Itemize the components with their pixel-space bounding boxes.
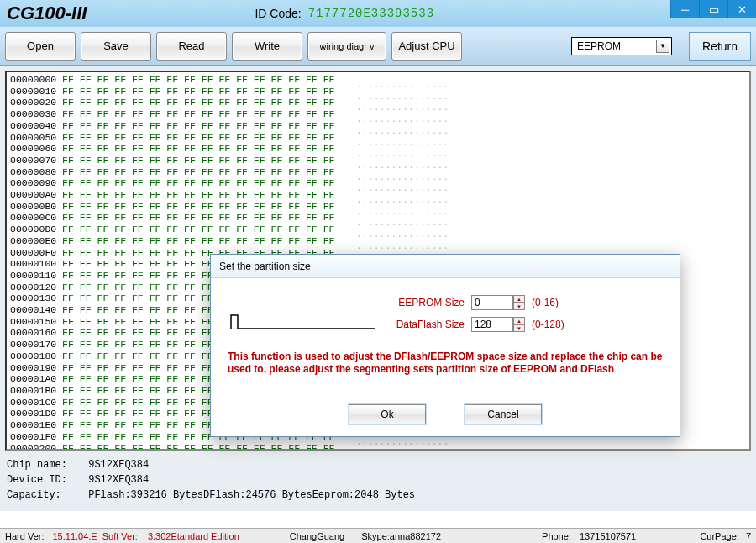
phone-label: Phone:	[542, 531, 571, 541]
open-button[interactable]: Open	[5, 32, 76, 61]
dialog-message: This function is used to adjust the DFla…	[228, 351, 663, 376]
partition-dialog: Set the partition size EEPROM Size ▲ ▼	[210, 254, 680, 437]
write-button[interactable]: Write	[232, 32, 302, 61]
dflash-size-row: DataFlash Size ▲ ▼ (0-128)	[387, 317, 564, 332]
id-code-label: ID Code:	[255, 7, 301, 20]
hard-ver-value: 15.11.04.E	[52, 531, 97, 541]
eeprom-down-icon[interactable]: ▼	[513, 303, 525, 310]
edition-value: Etandard Edition	[171, 531, 239, 541]
partition-diagram-icon	[228, 303, 379, 337]
author-value: ChangGuang	[290, 531, 344, 541]
eeprom-size-stepper[interactable]: ▲ ▼	[471, 295, 525, 310]
close-button[interactable]: ✕	[727, 0, 756, 18]
eeprom-size-label: EEPROM Size	[387, 297, 465, 308]
eeprom-size-row: EEPROM Size ▲ ▼ (0-16)	[387, 295, 559, 310]
app-name: CG100-III	[7, 3, 87, 24]
return-button[interactable]: Return	[689, 32, 751, 61]
id-code-value: 7177720E33393533	[308, 7, 434, 20]
eeprom-size-input[interactable]	[471, 295, 513, 310]
curpage-value: 7	[746, 531, 751, 541]
dflash-size-stepper[interactable]: ▲ ▼	[471, 317, 525, 332]
read-button[interactable]: Read	[156, 32, 227, 61]
dialog-title: Set the partition size	[211, 255, 680, 278]
soft-ver-value: 3.302	[148, 531, 171, 541]
dflash-range: (0-128)	[532, 319, 564, 330]
soft-ver-label: Soft Ver:	[102, 531, 138, 541]
dialog-body: EEPROM Size ▲ ▼ (0-16) DataFlash Size	[211, 278, 680, 436]
adjust-cpu-button[interactable]: Adjust CPU	[391, 32, 462, 61]
window-buttons: ─ ▭ ✕	[670, 0, 756, 18]
dflash-size-label: DataFlash Size	[387, 319, 465, 330]
save-button[interactable]: Save	[81, 32, 151, 61]
cancel-button[interactable]: Cancel	[465, 404, 542, 424]
dialog-buttons: Ok Cancel	[211, 404, 680, 424]
eeprom-range: (0-16)	[532, 297, 559, 308]
wiring-diagram-button[interactable]: wiring diagr v	[307, 32, 386, 61]
hard-ver-label: Hard Ver:	[5, 531, 44, 541]
memory-type-dropdown[interactable]: EEPROM ▼	[571, 37, 672, 55]
chevron-down-icon: ▼	[656, 40, 669, 53]
memory-type-value: EEPROM	[577, 40, 621, 52]
phone-value: 13715107571	[580, 531, 636, 541]
minimize-button[interactable]: ─	[670, 0, 699, 18]
main-body: 00000000 FF FF FF FF FF FF FF FF FF FF F…	[0, 66, 756, 511]
dflash-up-icon[interactable]: ▲	[513, 317, 525, 324]
dflash-down-icon[interactable]: ▼	[513, 324, 525, 332]
dialog-overlay: Set the partition size EEPROM Size ▲ ▼	[0, 66, 756, 511]
status-bar: Hard Ver: 15.11.04.E Soft Ver: 3.302 Eta…	[0, 528, 756, 543]
maximize-button[interactable]: ▭	[699, 0, 727, 18]
skype-value: anna882172	[390, 531, 441, 541]
title-bar: CG100-III ID Code: 7177720E33393533 ─ ▭ …	[0, 0, 756, 27]
skype-label: Skype:	[361, 531, 390, 541]
ok-button[interactable]: Ok	[349, 404, 426, 424]
curpage-label: CurPage:	[700, 531, 738, 541]
dflash-size-input[interactable]	[471, 317, 513, 332]
toolbar: Open Save Read Write wiring diagr v Adju…	[0, 27, 756, 66]
eeprom-up-icon[interactable]: ▲	[513, 295, 525, 303]
